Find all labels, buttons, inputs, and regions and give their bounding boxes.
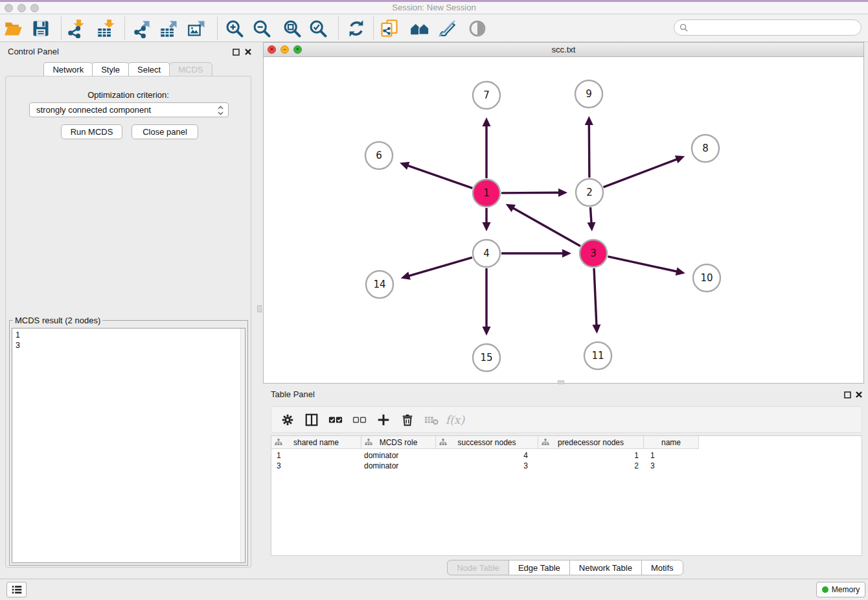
graph-edge-3-11[interactable]: [594, 268, 597, 326]
tab-network-table[interactable]: Network Table: [569, 560, 642, 575]
zoom-selected-icon[interactable]: [306, 17, 330, 40]
result-scrollbar[interactable]: [240, 329, 245, 562]
control-panel-tabs: NetworkStyleSelectMCDS: [0, 62, 257, 76]
graph-node-4[interactable]: 4: [473, 240, 500, 267]
zoom-fit-icon[interactable]: [280, 17, 304, 40]
delete-table-icon[interactable]: [419, 410, 443, 430]
network-canvas[interactable]: 7968124310141511: [264, 57, 863, 383]
column-header-successor-nodes[interactable]: successor nodes: [436, 436, 538, 449]
table-row[interactable]: 3dominator323: [271, 461, 699, 471]
graph-edge-arrowhead: [483, 327, 491, 336]
close-panel-button[interactable]: Close panel: [131, 124, 198, 139]
graph-edge-arrowhead: [675, 156, 685, 163]
style-brush-icon[interactable]: [435, 17, 459, 40]
tab-edge-table[interactable]: Edge Table: [508, 560, 570, 575]
settings-icon[interactable]: [275, 410, 299, 430]
duplicate-network-icon[interactable]: [378, 17, 401, 40]
graph-edge-arrowhead: [676, 267, 685, 275]
tab-motifs[interactable]: Motifs: [641, 560, 683, 575]
graph-edge-arrowhead: [401, 271, 411, 279]
import-table-icon[interactable]: [95, 17, 118, 40]
table-toolbar: f(x): [271, 406, 862, 433]
mcds-result-list[interactable]: 1 3: [12, 328, 246, 563]
tab-select[interactable]: Select: [128, 62, 170, 76]
zoom-in-icon[interactable]: [223, 17, 246, 40]
list-icon: [11, 584, 23, 595]
graph-node-1[interactable]: 1: [473, 179, 500, 207]
table-cell: 1: [538, 450, 644, 461]
close-table-panel-icon[interactable]: [854, 390, 863, 399]
graph-edge-2-9[interactable]: [589, 124, 589, 178]
graph-node-15[interactable]: 15: [473, 344, 500, 371]
memory-button[interactable]: Memory: [816, 582, 865, 597]
zoom-out-icon[interactable]: [250, 17, 273, 40]
graph-node-3[interactable]: 3: [580, 240, 607, 267]
svg-text:3: 3: [590, 248, 597, 259]
graph-node-11[interactable]: 11: [584, 342, 611, 369]
graph-node-10[interactable]: 10: [693, 264, 720, 292]
graph-node-2[interactable]: 2: [576, 179, 603, 206]
criterion-value: strongly connected component: [36, 105, 151, 115]
export-table-icon[interactable]: [157, 17, 181, 40]
svg-text:9: 9: [586, 88, 592, 100]
tab-network[interactable]: Network: [43, 62, 93, 76]
task-history-button[interactable]: [6, 582, 27, 597]
table-panel: Table Panel: [263, 386, 868, 579]
graph-edge-3-10[interactable]: [608, 257, 678, 271]
graph-node-7[interactable]: 7: [473, 82, 500, 109]
refresh-icon[interactable]: [345, 17, 368, 40]
graph-node-6[interactable]: 6: [365, 142, 393, 169]
graph-edge-2-3[interactable]: [590, 207, 591, 224]
graph-edge-1-2[interactable]: [501, 192, 560, 193]
column-header-shared-name[interactable]: shared name: [271, 436, 361, 449]
table-cell: 3: [436, 461, 538, 471]
delete-icon[interactable]: [395, 410, 419, 430]
graph-edge-4-14[interactable]: [408, 257, 472, 276]
home-icon[interactable]: [408, 17, 431, 40]
horizontal-splitter-grip[interactable]: [558, 380, 564, 384]
control-panel-title: Control Panel: [8, 47, 59, 56]
export-image-icon[interactable]: [185, 17, 209, 40]
vertical-splitter-grip[interactable]: [257, 305, 262, 312]
table-cell: dominator: [361, 450, 436, 461]
criterion-dropdown[interactable]: strongly connected component: [29, 102, 229, 117]
tab-style[interactable]: Style: [92, 62, 129, 76]
graph-node-14[interactable]: 14: [366, 271, 393, 298]
function-icon[interactable]: f(x): [443, 410, 467, 430]
graph-node-9[interactable]: 9: [575, 80, 602, 108]
network-window-titlebar[interactable]: × – + scc.txt: [264, 43, 863, 57]
window-titlebar: Session: New Session: [0, 0, 868, 14]
graph-edge-2-8[interactable]: [604, 159, 678, 187]
main-toolbar: [0, 14, 868, 42]
tab-mcds[interactable]: MCDS: [169, 62, 212, 76]
tab-node-table[interactable]: Node Table: [447, 560, 509, 575]
column-header-MCDS-role[interactable]: MCDS role: [361, 436, 436, 449]
add-column-icon[interactable]: [371, 410, 395, 430]
column-header-predecessor-nodes[interactable]: predecessor nodes: [538, 436, 644, 449]
float-table-panel-icon[interactable]: [843, 390, 852, 399]
window-top-accent: [0, 0, 868, 2]
split-columns-icon[interactable]: [299, 410, 323, 430]
graph-node-8[interactable]: 8: [692, 135, 719, 162]
run-mcds-button[interactable]: Run MCDS: [61, 124, 122, 139]
svg-text:6: 6: [376, 150, 382, 161]
save-icon[interactable]: [29, 17, 52, 40]
deselect-all-icon[interactable]: [347, 410, 371, 430]
close-panel-icon[interactable]: [244, 47, 253, 56]
float-panel-icon[interactable]: [231, 47, 240, 56]
eye-icon[interactable]: [466, 17, 489, 40]
svg-text:15: 15: [480, 352, 492, 363]
search-input[interactable]: [691, 23, 861, 32]
folder-open-icon[interactable]: [2, 17, 25, 40]
export-network-icon[interactable]: [130, 17, 154, 40]
column-header-name[interactable]: name: [644, 436, 699, 449]
select-all-icon[interactable]: [323, 410, 347, 430]
table-row[interactable]: 1dominator411: [271, 450, 699, 461]
import-network-icon[interactable]: [64, 17, 87, 40]
search-field[interactable]: [674, 19, 862, 36]
search-icon: [680, 23, 688, 32]
graph-edge-3-1[interactable]: [512, 208, 580, 246]
svg-text:10: 10: [700, 272, 713, 284]
table-cell: 1: [644, 450, 699, 461]
graph-edge-1-6[interactable]: [407, 165, 472, 188]
